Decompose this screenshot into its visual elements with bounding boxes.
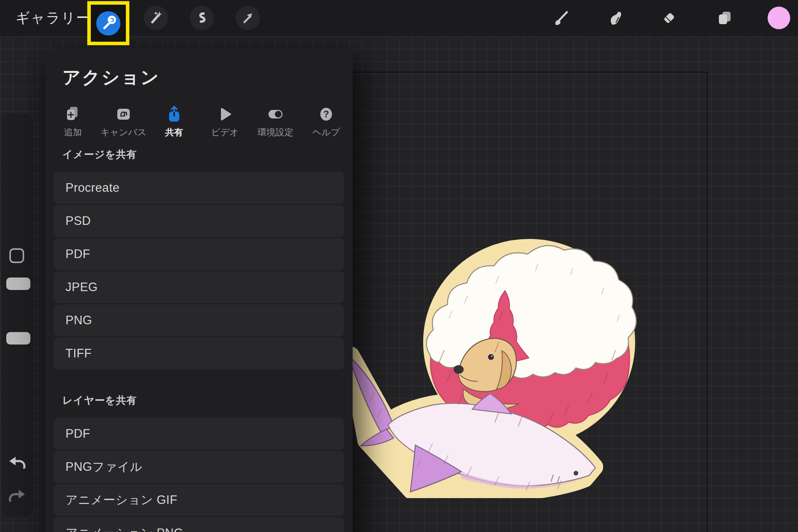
selection-button[interactable] [190,6,214,30]
section-share-layers-label: レイヤーを共有 [62,394,353,407]
tab-video[interactable]: ビデオ [202,105,248,138]
share-icon [165,105,183,123]
tab-video-label: ビデオ [211,126,239,138]
transform-arrow-icon [240,10,256,26]
panel-title: アクション [62,65,353,90]
add-icon [64,105,82,123]
share-layers-option-pdf[interactable]: PDF [54,418,344,450]
undo-button[interactable] [7,455,27,472]
selection-s-icon [194,10,210,26]
tab-canvas-label: キャンバス [101,126,147,138]
tab-add-label: 追加 [64,126,82,138]
share-option-psd[interactable]: PSD [54,205,344,237]
modify-button[interactable] [9,248,24,263]
share-layers-list: PDF PNGファイル アニメーション GIF アニメーション PNG [54,418,344,532]
brush-size-slider[interactable] [6,332,30,345]
video-icon [216,105,234,123]
actions-panel: アクション 追加 キャンバス 共有 [45,49,353,532]
smudge-finger-icon [607,9,625,27]
layers-button[interactable] [713,6,737,30]
tab-canvas[interactable]: キャンバス [101,105,147,138]
redo-button[interactable] [7,488,27,505]
share-option-procreate[interactable]: Procreate [54,172,344,204]
share-option-pdf[interactable]: PDF [54,238,344,270]
highlight-annotation-box [87,1,129,45]
opacity-slider[interactable] [6,277,30,290]
tab-preferences-label: 環境設定 [258,126,293,138]
preferences-toggle-icon [267,105,284,123]
wrench-icon [101,16,116,31]
canvas-right-edge [707,72,708,532]
paint-brush-icon [552,9,570,27]
share-image-list: Procreate PSD PDF JPEG PNG TIFF [54,172,344,369]
transform-button[interactable] [236,6,260,30]
share-layers-option-png-files[interactable]: PNGファイル [54,451,344,483]
redo-icon [7,488,27,505]
share-layers-option-animated-gif[interactable]: アニメーション GIF [54,484,344,516]
adjustments-button[interactable] [144,6,168,30]
share-option-jpeg[interactable]: JPEG [54,271,344,303]
brush-tool-button[interactable] [549,6,573,30]
magic-wand-icon [148,10,164,26]
undo-icon [7,455,27,472]
layers-icon [716,9,734,27]
eraser-icon [660,9,678,27]
gallery-button[interactable]: ギャラリー [16,0,91,36]
canvas-top-edge [351,72,708,72]
color-swatch-button[interactable] [768,7,790,29]
tab-preferences[interactable]: 環境設定 [252,105,298,138]
svg-text:?: ? [323,109,329,119]
tab-add[interactable]: 追加 [50,105,96,138]
eraser-tool-button[interactable] [657,6,681,30]
smudge-tool-button[interactable] [604,6,628,30]
tab-help[interactable]: ? ヘルプ [303,105,349,138]
tab-share-label: 共有 [165,126,183,138]
actions-wrench-button-highlighted[interactable] [96,11,120,35]
sidebar [2,114,33,517]
tab-share[interactable]: 共有 [151,105,197,138]
section-share-image-label: イメージを共有 [62,148,353,161]
share-option-tiff[interactable]: TIFF [54,338,344,369]
share-option-png[interactable]: PNG [54,304,344,336]
canvas-artwork [335,225,662,498]
actions-tab-bar: 追加 キャンバス 共有 ビデオ [45,105,353,138]
help-icon: ? [317,105,335,123]
share-layers-option-animated-png[interactable]: アニメーション PNG [54,517,344,532]
artwork-svg [335,225,662,498]
canvas-icon [115,105,132,123]
tab-help-label: ヘルプ [312,126,340,138]
